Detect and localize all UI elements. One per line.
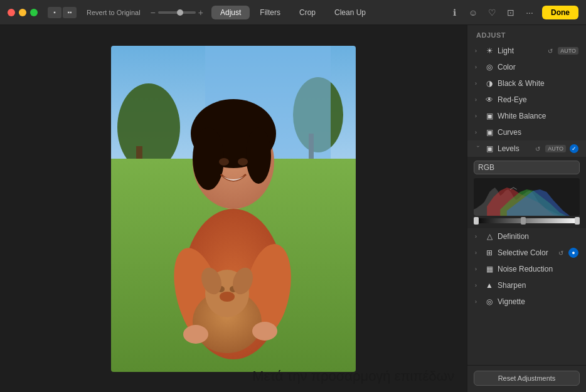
curves-icon: ▣ bbox=[485, 128, 494, 137]
selectivecolor-reset-icon[interactable]: ↺ bbox=[558, 250, 563, 257]
more-icon[interactable]: ··· bbox=[523, 6, 536, 19]
vignette-label: Vignette bbox=[498, 297, 578, 306]
sidebar-item-vignette[interactable]: › ◎ Vignette bbox=[467, 294, 586, 310]
sharpen-icon: ▲ bbox=[485, 281, 494, 290]
chevron-icon: › bbox=[475, 80, 481, 87]
rgb-select[interactable]: RGB Red Green Blue bbox=[474, 161, 580, 174]
color-label: Color bbox=[498, 63, 578, 72]
levels-label: Levels bbox=[498, 144, 531, 153]
light-auto-badge: AUTO bbox=[558, 47, 578, 55]
sidebar-item-definition[interactable]: › △ Definition bbox=[467, 228, 586, 245]
sidebar-item-light[interactable]: › ☀ Light ↺ AUTO bbox=[467, 43, 586, 59]
sidebar-item-bw[interactable]: › ◑ Black & White bbox=[467, 75, 586, 92]
svg-point-12 bbox=[246, 127, 271, 184]
tab-filters[interactable]: Filters bbox=[251, 6, 289, 19]
maximize-button[interactable] bbox=[30, 9, 38, 16]
sidebar-item-sharpen[interactable]: › ▲ Sharpen bbox=[467, 277, 586, 294]
svg-point-25 bbox=[252, 322, 277, 341]
noisereduction-label: Noise Reduction bbox=[498, 265, 578, 273]
chevron-icon: › bbox=[475, 266, 481, 272]
photo-image bbox=[111, 46, 356, 372]
sidebar: Adjust › ☀ Light ↺ AUTO › ◎ Color › ◑ Bl… bbox=[467, 25, 586, 392]
chevron-icon: › bbox=[475, 129, 481, 135]
definition-icon: △ bbox=[485, 232, 494, 241]
levels-expanded-panel: RGB Red Green Blue bbox=[467, 157, 586, 228]
selectivecolor-toggle[interactable]: ● bbox=[568, 248, 578, 258]
svg-point-21 bbox=[220, 292, 235, 302]
chevron-icon: › bbox=[475, 64, 481, 70]
emoji-icon[interactable]: ☺ bbox=[467, 6, 479, 19]
light-label: Light bbox=[498, 46, 544, 55]
svg-point-1 bbox=[117, 83, 180, 171]
level-slider[interactable] bbox=[474, 218, 580, 223]
sidebar-item-color[interactable]: › ◎ Color bbox=[467, 59, 586, 75]
chevron-icon: › bbox=[475, 299, 481, 305]
levels-auto-badge: AUTO bbox=[545, 145, 566, 152]
chevron-icon: › bbox=[475, 97, 481, 103]
levels-check-icon[interactable]: ✓ bbox=[570, 144, 578, 153]
sidebar-item-levels[interactable]: › ▣ Levels ↺ AUTO ✓ bbox=[467, 140, 586, 157]
split-view-button[interactable]: ▪▪ bbox=[63, 7, 77, 18]
whitebalance-icon: ▣ bbox=[485, 112, 494, 120]
adjust-list: › ☀ Light ↺ AUTO › ◎ Color › ◑ Black & W… bbox=[467, 43, 586, 365]
reset-btn-container: Reset Adjustments bbox=[467, 365, 586, 392]
redeye-label: Red-Eye bbox=[498, 95, 578, 104]
zoom-plus-button[interactable]: + bbox=[198, 8, 203, 18]
chevron-icon: › bbox=[475, 282, 481, 289]
redeye-icon: 👁 bbox=[485, 95, 494, 104]
histogram-svg bbox=[474, 178, 580, 216]
single-view-button[interactable]: ▪ bbox=[48, 7, 61, 18]
bw-label: Black & White bbox=[498, 79, 578, 88]
chevron-icon: › bbox=[475, 146, 481, 152]
light-icon: ☀ bbox=[485, 46, 494, 55]
tab-crop[interactable]: Crop bbox=[290, 6, 324, 19]
sidebar-item-redeye[interactable]: › 👁 Red-Eye bbox=[467, 92, 586, 108]
chevron-icon: › bbox=[475, 250, 481, 256]
svg-point-24 bbox=[183, 325, 208, 344]
level-handle-mid[interactable] bbox=[521, 217, 526, 225]
info-icon[interactable]: ℹ bbox=[448, 6, 461, 19]
close-button[interactable] bbox=[8, 9, 15, 16]
caption-text: Μετά την προσαρμογή επιπέδων bbox=[252, 368, 454, 384]
bw-icon: ◑ bbox=[485, 79, 494, 88]
zoom-slider[interactable] bbox=[158, 11, 196, 14]
sidebar-item-selectivecolor[interactable]: › ⊞ Selective Color ↺ ● bbox=[467, 245, 586, 261]
photo-container bbox=[111, 46, 356, 372]
chevron-icon: › bbox=[475, 233, 481, 240]
tab-adjust[interactable]: Adjust bbox=[211, 6, 250, 19]
chevron-icon: › bbox=[475, 48, 481, 54]
titlebar: ▪ ▪▪ Revert to Original − + Adjust Filte… bbox=[0, 0, 586, 25]
levels-reset-icon[interactable]: ↺ bbox=[535, 146, 540, 152]
levels-icon: ▣ bbox=[485, 144, 494, 153]
view-toggle: ▪ ▪▪ bbox=[48, 7, 77, 18]
done-button[interactable]: Done bbox=[542, 6, 578, 19]
revert-button[interactable]: Revert to Original bbox=[87, 9, 141, 16]
zoom-minus-button[interactable]: − bbox=[151, 8, 156, 18]
light-reset-icon[interactable]: ↺ bbox=[548, 48, 553, 55]
svg-point-11 bbox=[193, 127, 224, 190]
tab-cleanup[interactable]: Clean Up bbox=[326, 6, 375, 19]
main-content: Μετά την προσαρμογή επιπέδων Adjust › ☀ … bbox=[0, 25, 586, 392]
heart-icon[interactable]: ♡ bbox=[486, 6, 498, 19]
sidebar-header: Adjust bbox=[467, 25, 586, 43]
level-handle-left[interactable] bbox=[474, 217, 479, 225]
svg-point-14 bbox=[238, 158, 248, 166]
reset-adjustments-button[interactable]: Reset Adjustments bbox=[474, 371, 580, 386]
zoom-control: − + bbox=[151, 8, 203, 18]
titlebar-right: ℹ ☺ ♡ ⊡ ··· Done bbox=[448, 6, 578, 19]
sidebar-item-curves[interactable]: › ▣ Curves bbox=[467, 124, 586, 140]
color-icon: ◎ bbox=[485, 63, 494, 72]
minimize-button[interactable] bbox=[19, 9, 26, 16]
level-handle-right[interactable] bbox=[575, 217, 580, 225]
selectivecolor-label: Selective Color bbox=[498, 248, 555, 257]
selectivecolor-icon: ⊞ bbox=[485, 248, 494, 257]
sidebar-item-whitebalance[interactable]: › ▣ White Balance bbox=[467, 108, 586, 124]
definition-label: Definition bbox=[498, 232, 578, 241]
vignette-icon: ◎ bbox=[485, 297, 494, 306]
noisereduction-icon: ▦ bbox=[485, 265, 494, 273]
sidebar-item-noisereduction[interactable]: › ▦ Noise Reduction bbox=[467, 261, 586, 277]
photo-area: Μετά την προσαρμογή επιπέδων bbox=[0, 25, 467, 392]
chevron-icon: › bbox=[475, 113, 481, 119]
sharpen-label: Sharpen bbox=[498, 281, 578, 290]
share-icon[interactable]: ⊡ bbox=[504, 6, 517, 19]
